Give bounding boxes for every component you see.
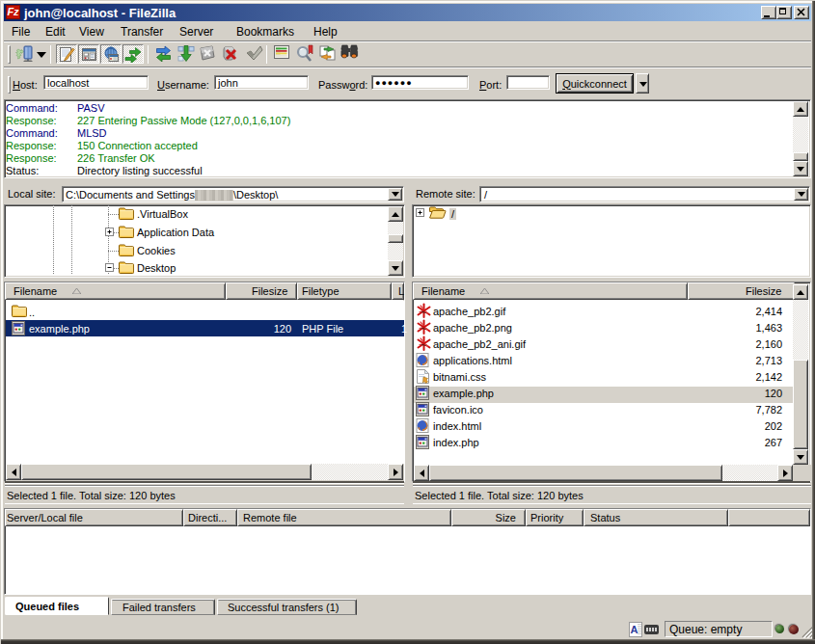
svg-text:A: A (631, 624, 638, 635)
